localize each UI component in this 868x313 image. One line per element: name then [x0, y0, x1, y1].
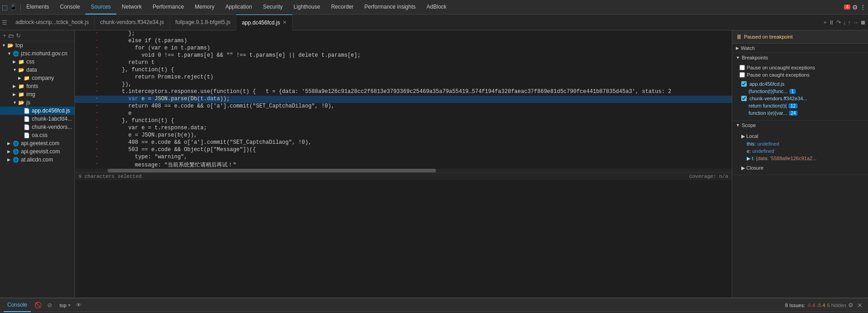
tab-network[interactable]: Network: [116, 0, 147, 15]
tree-label-app: app.dc456fcd.js: [32, 108, 70, 114]
toolbar-icons-right: 4 ⚙ ⋮: [840, 4, 866, 11]
code-lines: - };- else if (t.params)- for (var e in …: [75, 30, 732, 169]
toggle-breakpoints-icon[interactable]: ⏸: [828, 19, 834, 26]
code-line-11: - e: [75, 110, 732, 117]
file-tab-tab2[interactable]: chunk-vendors.ff342e34.js: [94, 15, 170, 30]
file-tab-tab4[interactable]: app.dc456fcd.js✕: [236, 15, 293, 30]
tree-item-jzsc[interactable]: ▼🌐jzsc.mohurd.gov.cn: [0, 49, 74, 58]
breakpoints-header[interactable]: ▼ Breakpoints: [732, 53, 868, 62]
tree-item-data[interactable]: ▼📂data: [0, 66, 74, 74]
horizontal-scrollbar[interactable]: [75, 169, 732, 172]
scrollbar-thumb[interactable]: [108, 169, 436, 172]
console-eye-icon[interactable]: 👁: [76, 302, 82, 308]
file-tab-tab3[interactable]: fullpage.9.1.8-bfget5.js: [170, 15, 236, 30]
tree-item-chunk-vendors[interactable]: 📄chunk-vendors...: [0, 123, 74, 131]
bp-item-1-detail[interactable]: (function(t){func... 1: [739, 88, 861, 95]
tab-elements[interactable]: Elements: [21, 0, 55, 15]
warn-badge: ⚠ 4: [817, 302, 825, 308]
tree-item-company[interactable]: ▶📁company: [0, 74, 74, 82]
line-num-1: [75, 38, 93, 45]
tab-lighthouse[interactable]: Lighthouse: [288, 0, 326, 15]
bp-checkbox-1[interactable]: [741, 81, 747, 87]
tab-console[interactable]: Console: [55, 0, 85, 15]
code-editor-panel[interactable]: - };- else if (t.params)- for (var e in …: [75, 30, 732, 298]
bp-list: app.dc456fcd.js (function(t){func... 1 c…: [739, 78, 861, 118]
new-folder-icon[interactable]: 🗁: [8, 32, 14, 39]
bp-item-1-line: 1: [789, 89, 796, 94]
tab-memory[interactable]: Memory: [189, 0, 220, 15]
tree-arrow-api-geetest: ▶: [7, 141, 13, 146]
tab-application[interactable]: Application: [220, 0, 258, 15]
continue-icon[interactable]: →: [853, 19, 858, 26]
scope-local-header[interactable]: ▶ Local: [739, 132, 861, 140]
tree-icon-app: 📄: [24, 108, 31, 114]
tree-item-chunk1[interactable]: 📄chunk-1abcfd4...: [0, 115, 74, 123]
new-file-icon[interactable]: +: [3, 32, 6, 39]
code-line-15: - 408 == e.code && o['a'].commit("SET_Ca…: [75, 139, 732, 147]
file-tab-controls: + ⏸ ↷ ↓ ↑ → ⏹: [819, 19, 866, 26]
more-icon[interactable]: ⋮: [860, 4, 866, 11]
bp-item-1: app.dc456fcd.js: [739, 80, 861, 88]
tree-label-chunk1: chunk-1abcfd4...: [32, 116, 72, 122]
error-icon: ⚠: [807, 302, 812, 308]
tree-item-oa[interactable]: 📄oa.css: [0, 131, 74, 139]
bp-checkbox-2[interactable]: [741, 96, 747, 101]
code-line-4: - return t: [75, 59, 732, 67]
new-snippet-icon[interactable]: +: [823, 19, 827, 26]
tab-adblock[interactable]: AdBlock: [421, 0, 452, 15]
console-filter-btn[interactable]: ⊘: [45, 302, 54, 308]
bp-item-2a[interactable]: return function(t){ 12: [739, 102, 861, 109]
tab-sources[interactable]: Sources: [85, 0, 116, 15]
tree-item-js[interactable]: ▼📂js: [0, 98, 74, 107]
scope-closure-group: ▶ Closure: [739, 163, 861, 173]
tab-recorder[interactable]: Recorder: [326, 0, 359, 15]
tab-perf-insights[interactable]: Performance insights: [359, 0, 421, 15]
panel-toggle-icon[interactable]: ☰: [2, 19, 7, 26]
bp-item-2b[interactable]: function i(e){var... 24: [739, 109, 861, 117]
console-context-selector[interactable]: top ▾: [56, 303, 74, 308]
tab-performance[interactable]: Performance: [147, 0, 189, 15]
deactivate-icon[interactable]: ⏹: [860, 19, 866, 26]
close-console-btn[interactable]: ✕: [855, 302, 864, 309]
scope-closure-header[interactable]: ▶ Closure: [739, 164, 861, 172]
scope-t[interactable]: ▶ t: {data: '5588a9e126c91a2...: [745, 155, 861, 162]
line-marker-16: -: [93, 147, 100, 154]
refresh-icon[interactable]: ↻: [16, 32, 21, 39]
tree-item-api-geevisit[interactable]: ▶🌐api.geevisit.com: [0, 147, 74, 156]
tree-arrow-fonts: ▶: [13, 84, 18, 88]
watch-header[interactable]: ▶ Watch: [732, 44, 868, 53]
console-tab-main[interactable]: Console: [4, 298, 31, 312]
tree-item-fonts[interactable]: ▶📁fonts: [0, 82, 74, 90]
code-line-17: - type: "warning",: [75, 154, 732, 161]
step-over-icon[interactable]: ↷: [836, 19, 841, 26]
error-badge: ⚠ 4: [807, 302, 815, 308]
tree-icon-css: 📁: [18, 59, 25, 65]
tree-label-at-alicdn: at.alicdn.com: [21, 156, 53, 163]
file-tabs-bar: ☰ adblock-uiscrip...tclick_hook.jschunk-…: [0, 15, 868, 30]
tree-item-css[interactable]: ▶📁css: [0, 58, 74, 66]
pause-uncaught-checkbox[interactable]: [739, 65, 745, 70]
device-icon[interactable]: 📱: [10, 4, 17, 10]
tab-security[interactable]: Security: [258, 0, 288, 15]
file-tab-tab1[interactable]: adblock-uiscrip...tclick_hook.js: [10, 15, 94, 30]
scope-header[interactable]: ▼ Scope: [732, 121, 868, 130]
tree-item-at-alicdn[interactable]: ▶🌐at.alicdn.com: [0, 156, 74, 164]
tree-icon-top: 📂: [7, 43, 15, 49]
line-content-7: }),: [100, 81, 732, 88]
console-clear-btn[interactable]: 🚫: [33, 302, 44, 308]
settings-icon-console[interactable]: ⚙: [848, 302, 853, 308]
step-out-icon[interactable]: ↑: [848, 19, 851, 26]
step-into-icon[interactable]: ↓: [843, 19, 846, 26]
tree-arrow-data: ▼: [13, 68, 18, 72]
code-line-1: - else if (t.params): [75, 38, 732, 45]
tree-item-top[interactable]: ▼📂top: [0, 41, 74, 49]
inspect-icon[interactable]: ⬚: [2, 4, 8, 11]
file-tab-close-tab4[interactable]: ✕: [283, 20, 287, 25]
tree-item-api-geetest[interactable]: ▶🌐api.geetest.com: [0, 139, 74, 147]
tree-item-app[interactable]: 📄app.dc456fcd.js: [0, 107, 74, 115]
line-num-3: [75, 52, 93, 59]
line-num-9: [75, 96, 93, 103]
settings-icon[interactable]: ⚙: [852, 4, 858, 11]
pause-caught-checkbox[interactable]: [739, 72, 745, 78]
tree-item-img[interactable]: ▶📁img: [0, 90, 74, 98]
